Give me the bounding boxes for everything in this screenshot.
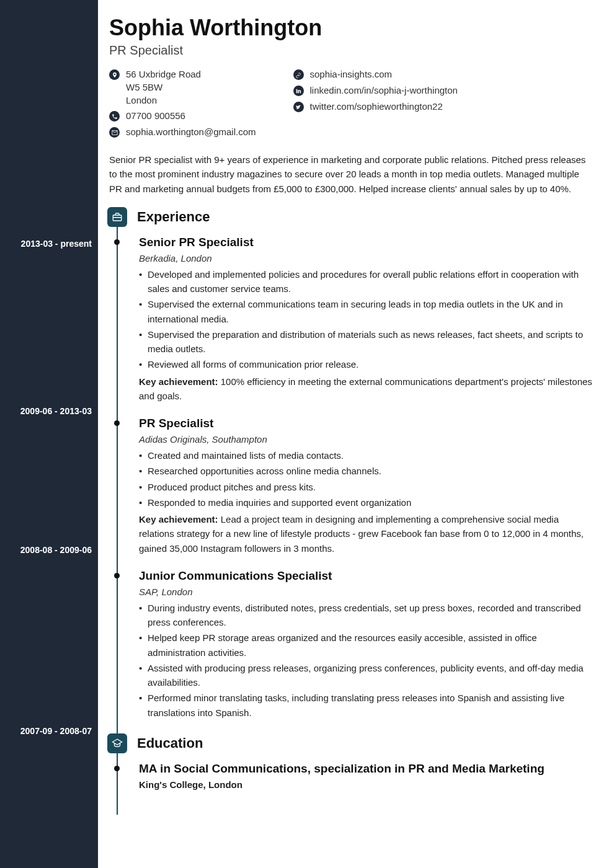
experience-entry: PR Specialist Adidas Originals, Southamp…	[139, 417, 593, 556]
timeline-dot	[114, 573, 120, 578]
contact-twitter: twitter.com/sophieworthington22	[293, 101, 458, 112]
school-name: King's College, London	[139, 779, 593, 790]
bullet: Developed and implemented policies and p…	[139, 267, 593, 296]
website-text: sophia-insights.com	[310, 69, 393, 79]
job-title: PR Specialist	[109, 43, 593, 58]
timeline-dot	[114, 420, 120, 426]
address-line2: W5 5BW	[126, 82, 201, 92]
education-title: Education	[137, 735, 203, 751]
bullet-list: Created and maintained lists of media co…	[139, 448, 593, 510]
bullet: Reviewed all forms of communication prio…	[139, 357, 593, 371]
person-name: Sophia Worthington	[109, 15, 593, 41]
summary: Senior PR specialist with 9+ years of ex…	[109, 153, 593, 196]
twitter-text: twitter.com/sophieworthington22	[310, 101, 443, 112]
education-entry: MA in Social Communications, specializat…	[139, 762, 593, 790]
role-title: Junior Communications Specialist	[139, 569, 593, 583]
role-title: PR Specialist	[139, 417, 593, 430]
linkedin-text: linkedin.com/in/sophia-j-worthington	[310, 85, 458, 95]
org-name: Adidas Originals, Southampton	[139, 434, 593, 445]
experience-header: Experience	[109, 207, 593, 227]
address-line3: London	[126, 95, 201, 105]
bullet: Responded to media inquiries and support…	[139, 495, 593, 510]
education-header: Education	[109, 733, 593, 753]
email-icon	[109, 127, 120, 138]
achievement-label: Key achievement:	[139, 514, 218, 525]
link-icon	[293, 69, 304, 80]
timeline-dot	[114, 239, 120, 245]
bullet: During industry events, distributed note…	[139, 601, 593, 630]
experience-entry: Junior Communications Specialist SAP, Lo…	[139, 569, 593, 720]
timeline-line	[117, 223, 118, 815]
degree-title: MA in Social Communications, specializat…	[139, 762, 593, 776]
experience-timeline: Senior PR Specialist Berkadia, London De…	[109, 236, 593, 790]
bullet: Created and maintained lists of media co…	[139, 448, 593, 463]
contact-row: 56 Uxbridge Road W5 5BW London 07700 900…	[109, 69, 593, 138]
linkedin-icon	[293, 86, 304, 96]
role-title: Senior PR Specialist	[139, 236, 593, 249]
twitter-icon	[293, 102, 304, 112]
achievement: Key achievement: Lead a project team in …	[139, 512, 593, 556]
bullet: Produced product pitches and press kits.	[139, 480, 593, 494]
date-exp-1: 2009-06 - 2013-03	[20, 406, 92, 416]
email-text: sophia.worthington@gmail.com	[126, 126, 256, 137]
date-exp-2: 2008-08 - 2009-06	[20, 545, 92, 555]
bullet: Researched opportunities across online m…	[139, 464, 593, 478]
main-content: Sophia Worthington PR Specialist 56 Uxbr…	[98, 0, 614, 868]
timeline-dot	[114, 766, 120, 771]
experience-title: Experience	[137, 209, 210, 225]
svg-rect-0	[113, 215, 122, 221]
graduation-cap-icon	[107, 733, 127, 753]
contact-col-right: sophia-insights.com linkedin.com/in/soph…	[293, 69, 458, 138]
date-exp-0: 2013-03 - present	[21, 239, 92, 249]
briefcase-icon	[107, 207, 127, 227]
contact-col-left: 56 Uxbridge Road W5 5BW London 07700 900…	[109, 69, 256, 138]
phone-icon	[109, 111, 120, 122]
bullet: Helped keep PR storage areas organized a…	[139, 631, 593, 660]
bullet-list: During industry events, distributed note…	[139, 601, 593, 720]
achievement-label: Key achievement:	[139, 376, 218, 387]
org-name: SAP, London	[139, 587, 593, 597]
sidebar: 2013-03 - present 2009-06 - 2013-03 2008…	[0, 0, 98, 868]
contact-address: 56 Uxbridge Road W5 5BW London	[109, 69, 256, 105]
bullet: Performed minor translating tasks, inclu…	[139, 691, 593, 720]
bullet: Assisted with producing press releases, …	[139, 661, 593, 690]
contact-website: sophia-insights.com	[293, 69, 458, 80]
contact-email: sophia.worthington@gmail.com	[109, 126, 256, 138]
location-icon	[109, 69, 120, 80]
bullet: Supervised the preparation and distribut…	[139, 327, 593, 356]
org-name: Berkadia, London	[139, 253, 593, 264]
contact-phone: 07700 900556	[109, 110, 256, 122]
experience-entry: Senior PR Specialist Berkadia, London De…	[139, 236, 593, 403]
achievement: Key achievement: 100% efficiency in meet…	[139, 374, 593, 404]
contact-linkedin: linkedin.com/in/sophia-j-worthington	[293, 85, 458, 96]
address-line1: 56 Uxbridge Road	[126, 69, 201, 79]
bullet-list: Developed and implemented policies and p…	[139, 267, 593, 372]
phone-text: 07700 900556	[126, 110, 185, 121]
bullet: Supervised the external communications t…	[139, 297, 593, 326]
date-edu-0: 2007-09 - 2008-07	[20, 726, 92, 736]
